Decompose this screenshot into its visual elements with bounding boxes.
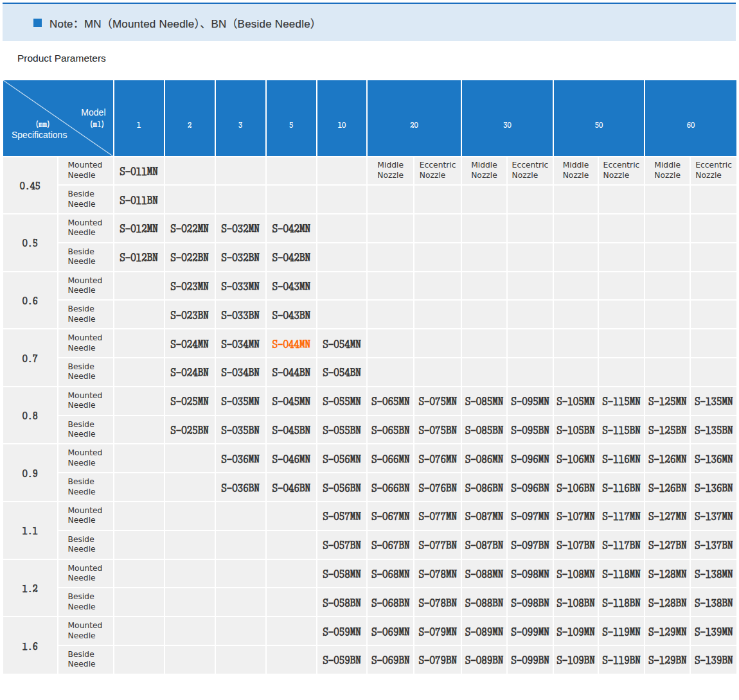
needle-type-cell: Mounted Needle bbox=[58, 502, 113, 530]
model-code-cell: S-097BN bbox=[508, 531, 553, 559]
model-code-cell: S-023MN bbox=[165, 272, 215, 300]
model-code-cell: S-076BN bbox=[414, 473, 461, 501]
empty-cell bbox=[216, 617, 265, 645]
empty-cell bbox=[414, 272, 461, 300]
model-code-cell: S-135MN bbox=[691, 387, 736, 415]
empty-cell bbox=[267, 617, 316, 645]
model-code-cell: S-085MN bbox=[462, 387, 506, 415]
empty-cell bbox=[165, 157, 215, 185]
empty-cell bbox=[368, 272, 413, 300]
empty-cell bbox=[165, 560, 215, 588]
model-code-cell: S-077MN bbox=[414, 502, 461, 530]
page: Note：MN（Mounted Needle）、BN（Beside Needle… bbox=[0, 0, 739, 700]
model-code-cell: S-098BN bbox=[508, 588, 553, 616]
model-code-cell: S-126BN bbox=[645, 473, 690, 501]
model-code-cell: S-025MN bbox=[165, 387, 215, 415]
empty-cell bbox=[645, 301, 690, 328]
model-code-cell: S-119BN bbox=[599, 646, 644, 674]
empty-cell bbox=[165, 502, 215, 530]
empty-cell bbox=[114, 560, 164, 588]
nozzle-type-header-cell: Middle Nozzle bbox=[554, 157, 598, 185]
empty-cell bbox=[414, 301, 461, 328]
spec-cell: 1.6 bbox=[3, 617, 57, 674]
model-code-cell: S-118BN bbox=[599, 588, 644, 616]
spec-cell: 0.8 bbox=[3, 387, 57, 444]
model-code-cell: S-128BN bbox=[645, 588, 690, 616]
empty-cell bbox=[462, 301, 506, 328]
model-code-cell: S-088BN bbox=[462, 588, 506, 616]
corner-model-label: Model bbox=[81, 107, 105, 118]
model-code-cell: S-139BN bbox=[691, 646, 736, 674]
model-code-cell: S-075MN bbox=[414, 387, 461, 415]
model-code-cell: S-105MN bbox=[554, 387, 598, 415]
needle-type-cell: Mounted Needle bbox=[58, 214, 113, 242]
model-code-cell: S-033MN bbox=[216, 272, 265, 300]
empty-cell bbox=[267, 588, 316, 616]
model-code-cell: S-087MN bbox=[462, 502, 506, 530]
empty-cell bbox=[114, 329, 164, 357]
model-code-cell: S-046MN bbox=[267, 444, 316, 472]
empty-cell bbox=[165, 531, 215, 559]
nozzle-type-header-cell: Eccentric Nozzle bbox=[414, 157, 461, 185]
model-code-cell: S-033BN bbox=[216, 301, 265, 328]
empty-cell bbox=[267, 531, 316, 559]
model-code-cell: S-117MN bbox=[599, 502, 644, 530]
empty-cell bbox=[462, 329, 506, 357]
header-corner-cell: Model（ml）（mm）Specifications bbox=[3, 80, 113, 156]
model-code-cell: S-058BN bbox=[317, 588, 366, 616]
model-code-cell-highlighted[interactable]: S-044MN bbox=[267, 329, 316, 357]
model-code-cell: S-078BN bbox=[414, 588, 461, 616]
model-code-cell: S-116BN bbox=[599, 473, 644, 501]
empty-cell bbox=[165, 617, 215, 645]
model-code-cell: S-068BN bbox=[368, 588, 413, 616]
model-code-cell: S-025BN bbox=[165, 416, 215, 444]
model-code-cell: S-077BN bbox=[414, 531, 461, 559]
model-code-cell: S-032BN bbox=[216, 243, 265, 271]
empty-cell bbox=[508, 329, 553, 357]
header-col-1: 1 bbox=[114, 80, 164, 156]
model-code-cell: S-115BN bbox=[599, 416, 644, 444]
empty-cell bbox=[216, 588, 265, 616]
needle-type-cell: Mounted Needle bbox=[58, 617, 113, 645]
model-code-cell: S-108MN bbox=[554, 560, 598, 588]
empty-cell bbox=[114, 416, 164, 444]
empty-cell bbox=[267, 157, 316, 185]
empty-cell bbox=[599, 186, 644, 213]
model-code-cell: S-011BN bbox=[114, 186, 164, 213]
model-code-cell: S-055MN bbox=[317, 387, 366, 415]
empty-cell bbox=[216, 186, 265, 213]
model-code-cell: S-056BN bbox=[317, 473, 366, 501]
model-code-cell: S-045MN bbox=[267, 387, 316, 415]
empty-cell bbox=[645, 214, 690, 242]
model-code-cell: S-069BN bbox=[368, 646, 413, 674]
empty-cell bbox=[599, 243, 644, 271]
model-code-cell: S-055BN bbox=[317, 416, 366, 444]
model-code-cell: S-129MN bbox=[645, 617, 690, 645]
empty-cell bbox=[368, 186, 413, 213]
model-code-cell: S-088MN bbox=[462, 560, 506, 588]
needle-type-cell: Mounted Needle bbox=[58, 387, 113, 415]
empty-cell bbox=[267, 560, 316, 588]
corner-model-unit: （ml） bbox=[85, 118, 110, 130]
model-code-cell: S-096MN bbox=[508, 444, 553, 472]
corner-spec-unit: （mm） bbox=[30, 118, 55, 130]
model-code-cell: S-127MN bbox=[645, 502, 690, 530]
model-code-cell: S-023BN bbox=[165, 301, 215, 328]
empty-cell bbox=[114, 444, 164, 472]
empty-cell bbox=[645, 186, 690, 213]
empty-cell bbox=[462, 186, 506, 213]
model-code-cell: S-087BN bbox=[462, 531, 506, 559]
model-code-cell: S-067MN bbox=[368, 502, 413, 530]
header-col-20: 20 bbox=[368, 80, 461, 156]
header-col-60: 60 bbox=[645, 80, 736, 156]
header-col-50: 50 bbox=[554, 80, 644, 156]
model-code-cell: S-079MN bbox=[414, 617, 461, 645]
model-code-cell: S-099BN bbox=[508, 646, 553, 674]
needle-type-cell: Mounted Needle bbox=[58, 157, 113, 185]
empty-cell bbox=[554, 186, 598, 213]
empty-cell bbox=[599, 358, 644, 386]
nozzle-type-header-cell: Middle Nozzle bbox=[462, 157, 506, 185]
model-code-cell: S-036MN bbox=[216, 444, 265, 472]
empty-cell bbox=[691, 214, 736, 242]
empty-cell bbox=[114, 588, 164, 616]
